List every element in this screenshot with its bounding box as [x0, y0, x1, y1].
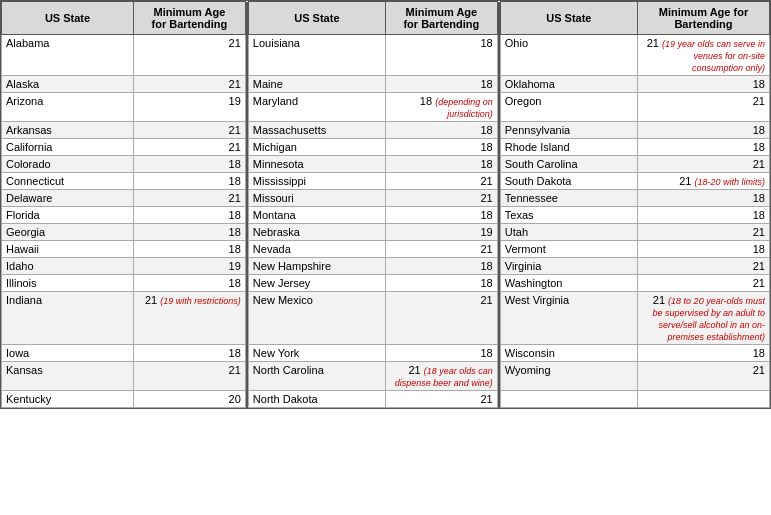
age-val-col1-row11: 18 [134, 241, 246, 258]
state-name-col2-row1: Louisiana [248, 35, 385, 76]
state-name-col2-row14: New Mexico [248, 292, 385, 345]
age-val-col2-row13: 18 [385, 275, 497, 292]
state-name-col3-row6: South Carolina [500, 156, 637, 173]
state-name-col3-row14: West Virginia [500, 292, 637, 345]
state-name-col2-row6: Minnesota [248, 156, 385, 173]
state-name-col1-row3: Arizona [2, 93, 134, 122]
state-name-col1-row11: Hawaii [2, 241, 134, 258]
age-val-col1-row4: 21 [134, 122, 246, 139]
age-val-col2-row1: 18 [385, 35, 497, 76]
age-val-col3-row10: 21 [637, 224, 769, 241]
state-name-col2-row16: North Carolina [248, 362, 385, 391]
age-val-col1-row17: 20 [134, 391, 246, 408]
age-val-col2-row3: 18 (depending on jurisdiction) [385, 93, 497, 122]
age-val-col3-row2: 18 [637, 76, 769, 93]
state-name-col2-row9: Montana [248, 207, 385, 224]
age-val-col3-row7: 21 (18-20 with limits) [637, 173, 769, 190]
state-name-col1-row12: Idaho [2, 258, 134, 275]
state-name-col3-row1: Ohio [500, 35, 637, 76]
age-val-col1-row8: 21 [134, 190, 246, 207]
age-val-col2-row16: 21 (18 year olds can dispense beer and w… [385, 362, 497, 391]
age-val-col2-row10: 19 [385, 224, 497, 241]
age-val-col3-row5: 18 [637, 139, 769, 156]
state-name-col1-row14: Indiana [2, 292, 134, 345]
state-name-col1-row2: Alaska [2, 76, 134, 93]
age-val-col3-row13: 21 [637, 275, 769, 292]
col-header-state-3: US State [500, 2, 637, 35]
state-name-col3-row7: South Dakota [500, 173, 637, 190]
state-name-col3-row17 [500, 391, 637, 408]
age-val-col2-row4: 18 [385, 122, 497, 139]
age-val-col2-row8: 21 [385, 190, 497, 207]
state-name-col3-row5: Rhode Island [500, 139, 637, 156]
age-val-col3-row11: 18 [637, 241, 769, 258]
state-name-col2-row2: Maine [248, 76, 385, 93]
state-name-col1-row15: Iowa [2, 345, 134, 362]
age-val-col2-row15: 18 [385, 345, 497, 362]
state-name-col1-row10: Georgia [2, 224, 134, 241]
age-val-col2-row5: 18 [385, 139, 497, 156]
state-name-col2-row7: Mississippi [248, 173, 385, 190]
state-name-col2-row12: New Hampshire [248, 258, 385, 275]
age-val-col3-row17 [637, 391, 769, 408]
state-name-col2-row13: New Jersey [248, 275, 385, 292]
age-val-col2-row9: 18 [385, 207, 497, 224]
age-val-col2-row6: 18 [385, 156, 497, 173]
col-header-age-3: Minimum Age forBartending [637, 2, 769, 35]
age-val-col3-row12: 21 [637, 258, 769, 275]
age-val-col1-row16: 21 [134, 362, 246, 391]
age-val-col1-row1: 21 [134, 35, 246, 76]
age-val-col2-row14: 21 [385, 292, 497, 345]
age-val-col3-row4: 18 [637, 122, 769, 139]
state-name-col3-row13: Washington [500, 275, 637, 292]
state-name-col3-row10: Utah [500, 224, 637, 241]
age-val-col2-row11: 21 [385, 241, 497, 258]
age-val-col1-row7: 18 [134, 173, 246, 190]
age-val-col1-row13: 18 [134, 275, 246, 292]
age-val-col3-row8: 18 [637, 190, 769, 207]
age-val-col3-row9: 18 [637, 207, 769, 224]
state-name-col2-row10: Nebraska [248, 224, 385, 241]
age-val-col3-row3: 21 [637, 93, 769, 122]
age-val-col1-row14: 21 (19 with restrictions) [134, 292, 246, 345]
age-val-col3-row16: 21 [637, 362, 769, 391]
state-name-col3-row4: Pennsylvania [500, 122, 637, 139]
state-name-col3-row16: Wyoming [500, 362, 637, 391]
state-name-col2-row8: Missouri [248, 190, 385, 207]
state-name-col3-row11: Vermont [500, 241, 637, 258]
state-name-col1-row8: Delaware [2, 190, 134, 207]
state-name-col3-row8: Tennessee [500, 190, 637, 207]
age-val-col1-row15: 18 [134, 345, 246, 362]
state-name-col1-row9: Florida [2, 207, 134, 224]
state-name-col2-row3: Maryland [248, 93, 385, 122]
state-name-col3-row12: Virginia [500, 258, 637, 275]
state-name-col2-row5: Michigan [248, 139, 385, 156]
state-name-col1-row13: Illinois [2, 275, 134, 292]
age-val-col1-row12: 19 [134, 258, 246, 275]
state-name-col1-row17: Kentucky [2, 391, 134, 408]
state-name-col3-row9: Texas [500, 207, 637, 224]
age-val-col2-row17: 21 [385, 391, 497, 408]
state-name-col1-row6: Colorado [2, 156, 134, 173]
state-name-col3-row3: Oregon [500, 93, 637, 122]
age-val-col2-row2: 18 [385, 76, 497, 93]
state-name-col2-row15: New York [248, 345, 385, 362]
state-name-col1-row16: Kansas [2, 362, 134, 391]
state-name-col3-row15: Wisconsin [500, 345, 637, 362]
age-val-col3-row14: 21 (18 to 20 year-olds must be supervise… [637, 292, 769, 345]
state-name-col2-row17: North Dakota [248, 391, 385, 408]
col-header-state-1: US State [2, 2, 134, 35]
col-header-age-2: Minimum Agefor Bartending [385, 2, 497, 35]
age-val-col1-row2: 21 [134, 76, 246, 93]
state-name-col1-row7: Connecticut [2, 173, 134, 190]
age-val-col3-row15: 18 [637, 345, 769, 362]
age-val-col1-row3: 19 [134, 93, 246, 122]
main-table: US State Minimum Agefor Bartending US St… [0, 0, 771, 409]
col-header-state-2: US State [248, 2, 385, 35]
age-val-col2-row12: 18 [385, 258, 497, 275]
age-val-col1-row6: 18 [134, 156, 246, 173]
age-val-col2-row7: 21 [385, 173, 497, 190]
state-name-col1-row4: Arkansas [2, 122, 134, 139]
age-val-col1-row10: 18 [134, 224, 246, 241]
state-name-col2-row4: Massachusetts [248, 122, 385, 139]
